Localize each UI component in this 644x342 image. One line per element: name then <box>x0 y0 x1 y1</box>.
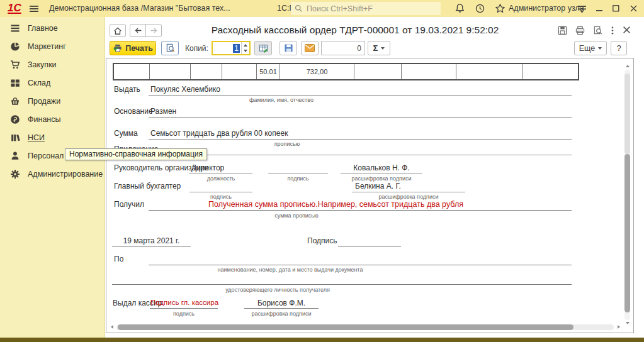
copies-value[interactable]: 1 <box>213 44 241 53</box>
scroll-up-icon[interactable] <box>626 65 630 67</box>
sidebar-item-warehouse[interactable]: Склад <box>0 74 105 92</box>
table-cell[interactable] <box>222 64 257 79</box>
table-cell[interactable] <box>191 64 222 79</box>
sidebar-item-label: Склад <box>28 79 50 87</box>
amount-in-words-value: Семьсот тридцать два рубля 00 копеек <box>150 129 288 138</box>
sum-dropdown-button[interactable]: Σ <box>368 41 390 55</box>
head-position-caption: должность <box>189 175 252 182</box>
basis-underline <box>149 117 572 118</box>
copies-stepper[interactable]: 1 <box>212 41 251 55</box>
basis-label: Основание <box>114 107 153 116</box>
accountant-sign-caption: подпись <box>189 194 252 200</box>
basis-value: Размен <box>150 107 176 116</box>
send-email-button[interactable] <box>301 41 319 55</box>
interface-settings-icon[interactable] <box>577 3 588 14</box>
person-icon <box>10 151 20 161</box>
cashier-name-underline <box>244 308 319 309</box>
head-sign-underline <box>268 174 328 174</box>
application-window: 1С Демонстрационная база /Магазин "Бытов… <box>0 0 644 342</box>
sidebar-item-purchases[interactable]: Закупки <box>0 56 105 74</box>
sidebar-item-label: Персонал <box>28 152 64 160</box>
current-user[interactable]: Администратор узла <box>509 4 584 13</box>
stepper-down-icon[interactable] <box>244 50 247 52</box>
sidebar-item-nsi[interactable]: НСИ <box>0 129 105 146</box>
sidebar-item-label: Главное <box>28 24 58 33</box>
notifications-bell-icon[interactable] <box>455 3 466 14</box>
signature-underline <box>338 246 401 247</box>
cashier-sign-hint: Подпись гл. кассира <box>150 299 219 306</box>
issue-to-label: Выдать <box>114 85 140 94</box>
search-icon <box>295 4 303 13</box>
caret-down-icon <box>381 47 385 50</box>
main-menu-icon[interactable] <box>29 4 40 15</box>
favorites-star-icon[interactable] <box>495 3 506 14</box>
sidebar-item-label: Финансы <box>28 115 60 124</box>
table-cell[interactable] <box>150 64 191 79</box>
table-cell[interactable] <box>402 64 456 79</box>
sidebar-item-label: Закупки <box>28 60 57 69</box>
head-name-underline <box>341 174 422 174</box>
table-cell[interactable] <box>523 64 578 79</box>
preview-icon[interactable] <box>593 26 603 36</box>
title-bar: 1С Демонстрационная база /Магазин "Бытов… <box>0 0 644 17</box>
table-cell[interactable] <box>456 64 523 79</box>
scroll-right-icon[interactable] <box>618 325 620 329</box>
caret-down-icon <box>598 47 602 50</box>
home-button[interactable] <box>110 24 126 37</box>
save-icon[interactable] <box>558 26 568 36</box>
menu-icon <box>10 23 20 33</box>
table-cell[interactable] <box>114 64 150 79</box>
shopping-cart-icon <box>10 60 20 70</box>
head-name-caption: расшифровка подписи <box>341 175 422 182</box>
basket-icon <box>10 96 20 106</box>
forward-button[interactable] <box>145 24 162 37</box>
sidebar-item-label: НСИ <box>28 133 45 142</box>
close-window-icon[interactable] <box>627 3 640 14</box>
sidebar-item-finance[interactable]: Финансы <box>0 111 105 128</box>
print-icon[interactable] <box>575 26 585 36</box>
accountant-label: Главный бухгалтер <box>114 182 181 190</box>
counter-field[interactable]: 0 <box>321 41 365 55</box>
attachment-underline <box>149 155 572 155</box>
received-underline <box>149 210 572 211</box>
close-document-icon[interactable] <box>623 26 633 36</box>
more-kebab-icon[interactable] <box>611 26 616 36</box>
save-file-button[interactable] <box>280 41 297 55</box>
sigma-icon: Σ <box>373 43 378 53</box>
maximize-button[interactable] <box>609 3 622 14</box>
date-underline <box>112 246 191 247</box>
minimize-button[interactable] <box>593 3 606 14</box>
scroll-left-icon[interactable] <box>111 325 113 329</box>
nsi-tooltip: Нормативно-справочная информация <box>65 148 207 160</box>
window-bottom-edge <box>0 338 644 342</box>
global-search[interactable] <box>291 2 441 15</box>
sidebar-item-sales[interactable]: Продажи <box>0 92 105 110</box>
issue-to-value: Покуляс Хелембико <box>150 85 220 94</box>
search-input[interactable] <box>305 4 434 14</box>
history-icon[interactable] <box>475 3 486 14</box>
more-actions-button[interactable]: Еще <box>574 41 607 55</box>
sidebar-item-label: Администрирование <box>28 170 103 179</box>
vertical-scrollbar-upper[interactable] <box>624 74 630 154</box>
vertical-scrollbar-thumb[interactable] <box>624 154 630 312</box>
sidebar-item-marketing[interactable]: Маркетинг <box>0 38 105 55</box>
table-cell[interactable] <box>354 64 402 79</box>
sidebar-item-main[interactable]: Главное <box>0 19 105 37</box>
by-document-underline <box>149 265 572 265</box>
received-hint-value: Полученная сумма прописью.Например, семь… <box>208 200 463 209</box>
1c-logo: 1С <box>8 2 21 14</box>
table-cell-amount[interactable]: 732,00 <box>280 64 354 79</box>
horizontal-scrollbar-thumb[interactable] <box>118 324 573 330</box>
edit-blank-button[interactable] <box>254 41 272 55</box>
print-preview-button[interactable] <box>161 41 179 55</box>
print-button[interactable]: Печать <box>110 41 156 55</box>
back-button[interactable] <box>130 24 146 37</box>
table-cell-debit-account[interactable]: 50.01 <box>257 64 280 79</box>
help-button[interactable]: ? <box>611 41 627 55</box>
sidebar-item-administration[interactable]: Администрирование <box>0 165 105 183</box>
sections-panel: Главное Маркетинг Закупки Склад Продажи … <box>0 17 105 338</box>
date-value: 19 марта 2021 г. <box>112 236 191 245</box>
scroll-down-icon[interactable] <box>626 322 630 324</box>
pallet-grid-icon <box>10 78 20 88</box>
stepper-up-icon[interactable] <box>244 44 247 47</box>
